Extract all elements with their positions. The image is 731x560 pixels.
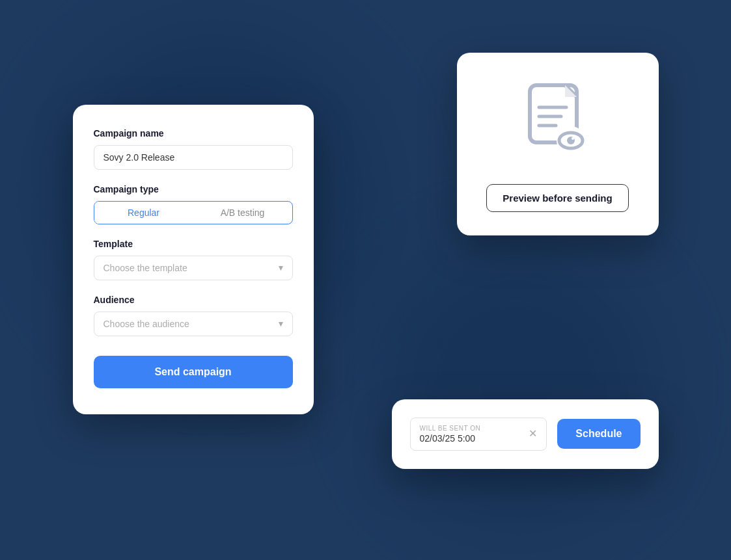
- preview-icon-container: [516, 79, 600, 166]
- close-schedule-icon[interactable]: ✕: [529, 429, 537, 439]
- main-scene: Campaign name Campaign type Regular A/B …: [73, 53, 659, 508]
- campaign-type-group: Campaign type Regular A/B testing: [94, 184, 293, 224]
- campaign-type-toggle: Regular A/B testing: [94, 201, 293, 224]
- schedule-card: WILL BE SENT ON 02/03/25 5:00 ✕ Schedule: [392, 399, 659, 469]
- preview-before-sending-button[interactable]: Preview before sending: [486, 184, 628, 212]
- campaign-name-label: Campaign name: [94, 128, 293, 139]
- schedule-date-content: WILL BE SENT ON 02/03/25 5:00: [420, 425, 481, 444]
- audience-label: Audience: [94, 295, 293, 305]
- campaign-form-card: Campaign name Campaign type Regular A/B …: [73, 105, 314, 414]
- type-regular-button[interactable]: Regular: [94, 202, 193, 224]
- template-label: Template: [94, 239, 293, 249]
- audience-select[interactable]: Choose the audience: [94, 312, 293, 336]
- schedule-date-value: 02/03/25 5:00: [420, 433, 481, 444]
- type-ab-button[interactable]: A/B testing: [193, 202, 292, 224]
- preview-card: Preview before sending: [457, 53, 659, 235]
- audience-group: Audience Choose the audience ▼: [94, 295, 293, 336]
- campaign-type-label: Campaign type: [94, 184, 293, 194]
- template-select-wrapper: Choose the template ▼: [94, 256, 293, 280]
- template-select[interactable]: Choose the template: [94, 256, 293, 280]
- campaign-name-group: Campaign name: [94, 128, 293, 170]
- send-campaign-button[interactable]: Send campaign: [94, 356, 293, 388]
- audience-select-wrapper: Choose the audience ▼: [94, 312, 293, 336]
- schedule-button[interactable]: Schedule: [557, 419, 640, 449]
- schedule-date-box: WILL BE SENT ON 02/03/25 5:00 ✕: [410, 418, 547, 451]
- campaign-name-input[interactable]: [94, 145, 293, 170]
- schedule-date-label: WILL BE SENT ON: [420, 425, 481, 432]
- template-group: Template Choose the template ▼: [94, 239, 293, 280]
- svg-point-7: [572, 137, 574, 140]
- document-preview-icon: [516, 79, 600, 163]
